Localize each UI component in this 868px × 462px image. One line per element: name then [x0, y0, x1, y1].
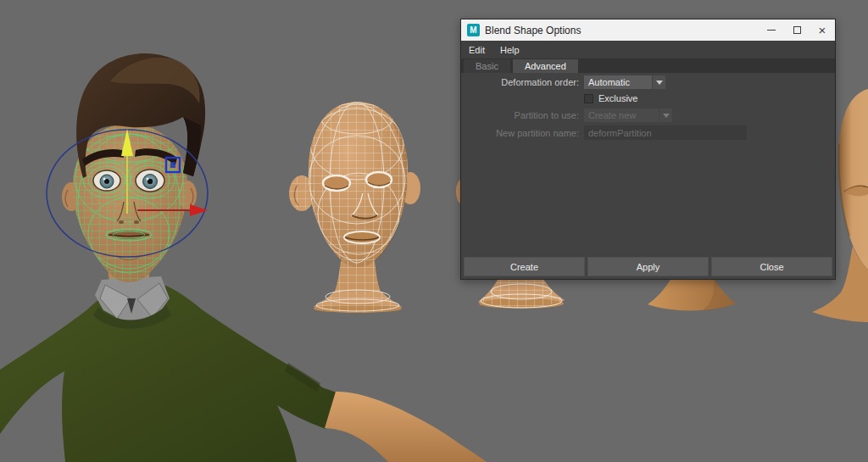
- minimize-button[interactable]: [759, 19, 784, 41]
- partition-to-use-dropdown: Create new partition: [584, 109, 659, 122]
- new-partition-name-field: [584, 125, 747, 140]
- dialog-footer: Create Apply Close: [461, 255, 835, 279]
- deformation-order-label: Deformation order:: [461, 77, 584, 87]
- maximize-button[interactable]: [784, 19, 810, 41]
- dialog-content: Deformation order: Automatic Exclusive P…: [461, 73, 835, 255]
- maximize-icon: [793, 26, 801, 34]
- minimize-icon: [767, 30, 776, 31]
- menu-help[interactable]: Help: [492, 45, 527, 55]
- dialog-title: Blend Shape Options: [485, 25, 759, 36]
- close-action-button[interactable]: Close: [711, 257, 832, 276]
- close-button[interactable]: ×: [810, 19, 835, 41]
- close-icon: ×: [819, 23, 826, 37]
- partition-to-use-label: Partition to use:: [461, 110, 584, 120]
- maya-logo-icon: M: [467, 24, 480, 36]
- deformation-order-dropdown-arrow[interactable]: [653, 75, 665, 89]
- dialog-menubar: Edit Help: [461, 41, 835, 58]
- tab-advanced[interactable]: Advanced: [513, 59, 578, 73]
- exclusive-checkbox[interactable]: [584, 94, 593, 103]
- new-partition-name-label: New partition name:: [461, 128, 584, 138]
- apply-button[interactable]: Apply: [587, 257, 709, 276]
- chevron-down-icon: [663, 114, 670, 118]
- character-eye-left: [93, 170, 120, 191]
- dialog-tabstrip: Basic Advanced: [461, 58, 835, 73]
- blend-shape-options-dialog: M Blend Shape Options × Edit Help Basic …: [460, 19, 836, 280]
- exclusive-checkbox-label[interactable]: Exclusive: [598, 93, 637, 103]
- maya-viewport: M Blend Shape Options × Edit Help Basic …: [0, 0, 868, 462]
- deformation-order-dropdown[interactable]: Automatic: [584, 75, 652, 89]
- dialog-titlebar[interactable]: M Blend Shape Options ×: [461, 19, 835, 41]
- create-button[interactable]: Create: [464, 257, 585, 276]
- partition-to-use-dropdown-arrow: [659, 109, 672, 122]
- tab-basic[interactable]: Basic: [464, 59, 510, 73]
- character-eye-right: [136, 170, 164, 192]
- character-shirt-collar: [93, 276, 171, 329]
- menu-edit[interactable]: Edit: [461, 45, 492, 55]
- chevron-down-icon: [656, 81, 663, 85]
